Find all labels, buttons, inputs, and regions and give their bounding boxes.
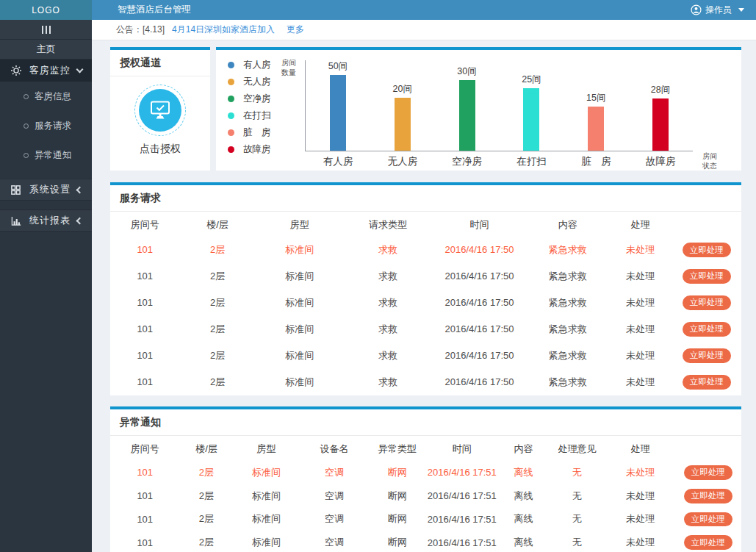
plot-area: 房间数量 房间状态 50间有人房20间无人房30间空净房25间在打扫15间脏 房… <box>305 60 693 151</box>
column-header: 时间 <box>432 212 527 237</box>
cell-action: 立即处理 <box>672 369 741 395</box>
auth-panel: 授权通道 点击授权 <box>110 47 210 171</box>
cell: 空调 <box>300 461 369 484</box>
handle-now-button[interactable]: 立即处理 <box>683 243 731 257</box>
cell: 空调 <box>300 484 369 508</box>
gear-icon <box>10 65 22 76</box>
service-requests-table: 房间号楼/层房型请求类型时间内容处理 1012层标准间求救2016/4/16 1… <box>110 212 741 395</box>
cell: 2016/4/16 17:50 <box>432 290 527 316</box>
handle-now-button[interactable]: 立即处理 <box>684 465 732 480</box>
column-header: 房型 <box>256 212 344 237</box>
cell: 标准间 <box>256 263 344 290</box>
column-header: 设备名 <box>300 436 369 461</box>
user-label: 操作员 <box>705 4 732 16</box>
legend-item: 无人房 <box>228 77 271 87</box>
cell: 101 <box>110 508 179 531</box>
cell: 空调 <box>300 531 369 552</box>
cell: 求救 <box>344 290 432 316</box>
legend-swatch-icon <box>228 112 234 119</box>
handle-now-button[interactable]: 立即处理 <box>683 269 731 284</box>
cell: 紧急求救 <box>527 290 609 316</box>
cell: 未处理 <box>609 263 672 290</box>
cell-action: 立即处理 <box>672 343 741 369</box>
legend-item: 脏 房 <box>228 128 271 137</box>
handle-now-button[interactable]: 立即处理 <box>683 348 731 363</box>
cell: 标准间 <box>256 316 344 343</box>
announcement-more-link[interactable]: 更多 <box>287 24 304 36</box>
sidebar-item-system-settings[interactable]: 系统设置 <box>0 179 92 201</box>
column-header: 内容 <box>498 436 549 461</box>
sidebar-subitem[interactable]: 客房信息 <box>0 82 92 111</box>
user-menu[interactable]: 操作员 <box>691 0 756 20</box>
sidebar-subitem[interactable]: 异常通知 <box>0 140 92 170</box>
cell: 未处理 <box>605 531 674 552</box>
cell: 未处理 <box>609 343 672 369</box>
legend-swatch-icon <box>228 129 234 136</box>
handle-now-button[interactable]: 立即处理 <box>683 322 731 337</box>
table-row: 1012层标准间空调断网2016/4/16 17:51离线无未处理立即处理 <box>110 461 741 484</box>
cell: 2层 <box>179 237 255 263</box>
cell: 101 <box>110 369 179 395</box>
y-axis-label: 房间数量 <box>281 59 297 77</box>
cell: 未处理 <box>605 508 674 531</box>
cell: 无 <box>549 531 605 552</box>
announcement-link[interactable]: 4月14日深圳如家酒店加入 <box>172 24 275 36</box>
cell: 2016/4/16 17:50 <box>432 237 527 263</box>
sidebar-item-home[interactable]: 主页 <box>0 40 92 60</box>
handle-now-button[interactable]: 立即处理 <box>684 535 732 550</box>
sidebar-item-room-monitor[interactable]: 客房监控 <box>0 60 92 82</box>
table-row: 1012层标准间求救2016/4/16 17:50紧急求救未处理立即处理 <box>110 316 741 343</box>
handle-now-button[interactable]: 立即处理 <box>684 512 732 527</box>
sidebar-item-statistics[interactable]: 统计报表 <box>0 209 92 232</box>
cell: 无 <box>549 484 605 508</box>
table-row: 1012层标准间空调断网2016/4/16 17:51离线无未处理立即处理 <box>110 508 741 531</box>
sidebar-subitem[interactable]: 服务请求 <box>0 111 92 140</box>
column-header: 异常类型 <box>369 436 425 461</box>
sidebar-submenu: 客房信息服务请求异常通知 <box>0 82 92 170</box>
cell: 离线 <box>498 461 549 484</box>
cell: 2016/4/16 17:50 <box>432 343 527 369</box>
cell: 2层 <box>179 343 255 369</box>
legend-label: 空净房 <box>243 93 271 105</box>
sidebar-subitem-label: 客房信息 <box>35 90 71 103</box>
legend-label: 无人房 <box>243 76 271 88</box>
column-header: 处理 <box>605 436 674 461</box>
table-row: 1012层标准间空调断网2016/4/16 17:51离线无未处理立即处理 <box>110 531 741 552</box>
cell: 紧急求救 <box>527 343 609 369</box>
cell: 101 <box>110 461 179 484</box>
legend-item: 在打扫 <box>228 111 271 121</box>
legend-label: 有人房 <box>243 59 271 71</box>
cell: 未处理 <box>609 237 672 263</box>
cell: 紧急求救 <box>527 316 609 343</box>
bar-group: 28间故障房 <box>638 60 683 151</box>
table-row: 1012层标准间求救2016/4/16 17:50紧急求救未处理立即处理 <box>110 263 741 290</box>
handle-now-button[interactable]: 立即处理 <box>683 375 731 390</box>
cell: 紧急求救 <box>527 263 609 290</box>
cell: 2016/4/16 17:51 <box>425 531 498 552</box>
cell-action: 立即处理 <box>675 508 741 531</box>
cell: 101 <box>110 237 179 263</box>
handle-now-button[interactable]: 立即处理 <box>683 295 731 310</box>
handle-now-button[interactable]: 立即处理 <box>684 489 732 503</box>
sidebar-subitem-label: 异常通知 <box>35 149 71 162</box>
sidebar-collapse-button[interactable] <box>0 20 92 40</box>
main-content: 授权通道 点击授权 有人房无人房空净房在打扫脏 房故障房 <box>92 40 756 552</box>
cell: 无 <box>549 508 605 531</box>
service-requests-title: 服务请求 <box>110 185 741 212</box>
column-header: 时间 <box>425 436 498 461</box>
page: { "header": { "logo": "LOGO", "title": "… <box>0 0 756 552</box>
service-requests-panel: 服务请求 房间号楼/层房型请求类型时间内容处理 1012层标准间求救2016/4… <box>110 182 741 395</box>
sidebar-item-label: 主页 <box>37 43 56 56</box>
column-header: 请求类型 <box>344 212 432 237</box>
cell: 求救 <box>344 263 432 290</box>
authorize-button[interactable] <box>134 85 186 136</box>
table-header-row: 房间号楼/层房型设备名异常类型时间内容处理意见处理 <box>110 436 741 461</box>
bar-chart: 房间数量 房间状态 50间有人房20间无人房30间空净房25间在打扫15间脏 房… <box>293 57 731 168</box>
cell: 标准间 <box>256 237 344 263</box>
cell: 空调 <box>300 508 369 531</box>
bar-group: 15间脏 房 <box>574 60 618 151</box>
column-header: 楼/层 <box>179 436 233 461</box>
cell: 101 <box>110 316 179 343</box>
sidebar-menu: 客房监控 客房信息服务请求异常通知 系统设置 <box>0 60 92 232</box>
sidebar-item-label: 统计报表 <box>29 214 71 227</box>
